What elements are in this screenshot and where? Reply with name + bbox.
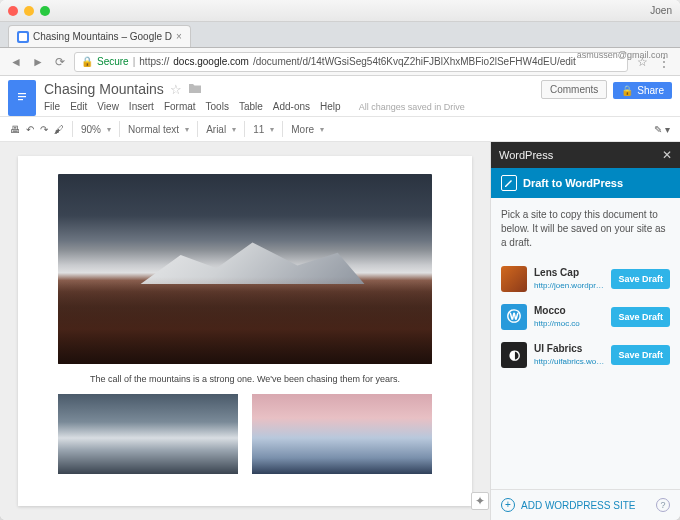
docs-logo-icon[interactable] [8,80,36,116]
browser-profile-label[interactable]: Joen [650,5,672,16]
account-email[interactable]: asmussen@gmail.com [577,50,668,60]
site-url[interactable]: http://uifabrics.wordpr... [534,356,604,367]
wordpress-sidebar: ✦ WordPress ✕ Draft to WordPress Pick a … [490,142,680,520]
share-button[interactable]: 🔒 Share [613,82,672,99]
svg-rect-3 [18,99,23,100]
site-row-mocco: ⓦ Mocco http://moc.co Save Draft [501,298,670,336]
add-site-icon[interactable]: + [501,498,515,512]
site-name: UI Fabrics [534,342,604,356]
editing-mode-icon[interactable]: ✎ ▾ [654,124,670,135]
site-name: Lens Cap [534,266,604,280]
sidebar-title: WordPress [499,149,553,161]
site-avatar-icon: ⓦ [501,304,527,330]
document-title[interactable]: Chasing Mountains [44,81,164,97]
site-row-lenscap: Lens Cap http://joen.wordpress.... Save … [501,260,670,298]
menu-table[interactable]: Table [239,101,263,112]
mac-titlebar: Joen [0,0,680,22]
nav-back-icon[interactable]: ◄ [8,54,24,70]
sidebar-header: WordPress ✕ [491,142,680,168]
print-icon[interactable]: 🖶 [10,124,20,135]
url-host: https:// [139,56,169,67]
zoom-dropdown[interactable]: 90% [81,124,111,135]
docs-toolbar: 🖶 ↶ ↷ 🖌 90% Normal text Arial 11 More ✎ … [0,116,680,142]
star-icon[interactable]: ☆ [170,82,182,97]
draft-icon [501,175,517,191]
svg-rect-2 [18,96,26,97]
font-dropdown[interactable]: Arial [206,124,236,135]
site-row-uifabrics: ◐ UI Fabrics http://uifabrics.wordpr... … [501,336,670,374]
share-label: Share [637,85,664,96]
sidebar-close-icon[interactable]: ✕ [662,148,672,162]
menu-format[interactable]: Format [164,101,196,112]
sidebar-toggle-icon[interactable]: ✦ [471,492,489,510]
docs-header: Chasing Mountains ☆ File Edit View Inser… [0,76,680,116]
more-dropdown[interactable]: More [291,124,324,135]
sidebar-intro: Pick a site to copy this document to bel… [501,208,670,250]
lock-icon: 🔒 [621,85,633,96]
nav-forward-icon[interactable]: ► [30,54,46,70]
comments-button[interactable]: Comments [541,80,607,99]
sidebar-footer: + ADD WORDPRESS SITE ? [491,489,680,520]
browser-tab[interactable]: Chasing Mountains – Google D × [8,25,191,47]
site-url[interactable]: http://joen.wordpress.... [534,280,604,291]
window-zoom-icon[interactable] [40,6,50,16]
sidebar-banner: Draft to WordPress [491,168,680,198]
docs-favicon-icon [17,31,29,43]
style-dropdown[interactable]: Normal text [128,124,189,135]
svg-rect-1 [18,93,26,94]
save-draft-button[interactable]: Save Draft [611,269,670,290]
folder-icon[interactable] [188,80,202,98]
hero-image[interactable] [58,174,432,364]
menu-tools[interactable]: Tools [206,101,229,112]
site-url[interactable]: http://moc.co [534,318,604,329]
window-close-icon[interactable] [8,6,18,16]
add-site-button[interactable]: ADD WORDPRESS SITE [521,500,635,511]
document-page: The call of the mountains is a strong on… [18,156,472,506]
menu-edit[interactable]: Edit [70,101,87,112]
document-canvas[interactable]: The call of the mountains is a strong on… [0,142,490,520]
site-avatar-icon [501,266,527,292]
banner-label: Draft to WordPress [523,177,623,189]
thumbnail-image[interactable] [58,394,238,474]
thumbnail-image[interactable] [252,394,432,474]
save-draft-button[interactable]: Save Draft [611,345,670,366]
paint-format-icon[interactable]: 🖌 [54,124,64,135]
svg-rect-0 [15,89,29,107]
menu-file[interactable]: File [44,101,60,112]
site-avatar-icon: ◐ [501,342,527,368]
url-field[interactable]: 🔒 Secure | https://docs.google.com/docum… [74,52,628,72]
caption-text[interactable]: The call of the mountains is a strong on… [58,374,432,384]
window-minimize-icon[interactable] [24,6,34,16]
save-status: All changes saved in Drive [359,102,465,112]
save-draft-button[interactable]: Save Draft [611,307,670,328]
site-name: Mocco [534,304,604,318]
undo-icon[interactable]: ↶ [26,124,34,135]
menu-insert[interactable]: Insert [129,101,154,112]
secure-label: Secure [97,56,129,67]
menu-view[interactable]: View [97,101,119,112]
browser-tabstrip: Chasing Mountains – Google D × [0,22,680,48]
fontsize-dropdown[interactable]: 11 [253,124,274,135]
url-domain: docs.google.com [173,56,249,67]
help-icon[interactable]: ? [656,498,670,512]
menu-help[interactable]: Help [320,101,341,112]
menu-addons[interactable]: Add-ons [273,101,310,112]
tab-close-icon[interactable]: × [176,31,182,42]
nav-reload-icon[interactable]: ⟳ [52,54,68,70]
redo-icon[interactable]: ↷ [40,124,48,135]
docs-menubar: File Edit View Insert Format Tools Table… [44,101,533,112]
lock-icon: 🔒 [81,56,93,67]
url-path: /document/d/14tWGsiSeg54t6KvqZ2hiFJBlXhx… [253,56,576,67]
tab-title: Chasing Mountains – Google D [33,31,172,42]
